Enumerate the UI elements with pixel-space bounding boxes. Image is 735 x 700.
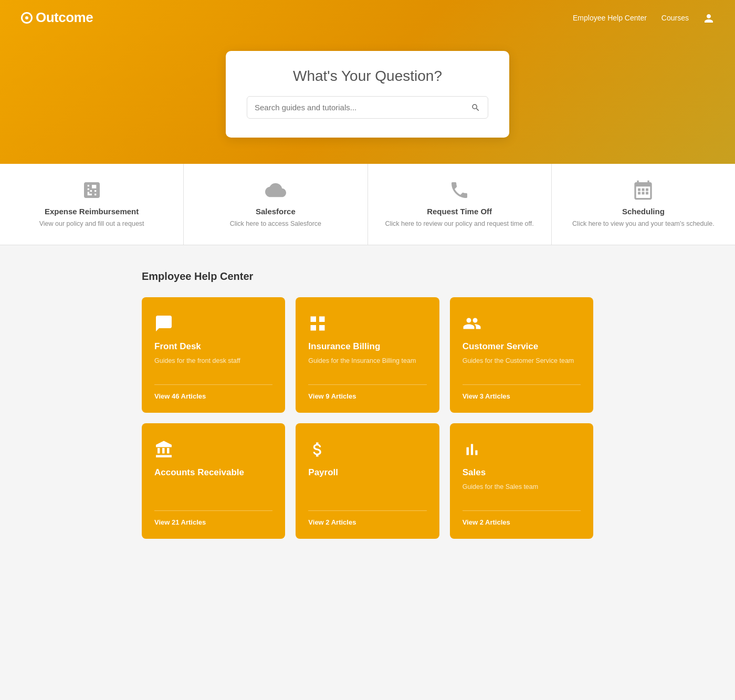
card-insurance-title: Insurance Billing [308,341,426,352]
user-icon[interactable] [704,12,714,24]
search-input[interactable] [255,103,471,112]
card-accounts-receivable[interactable]: Accounts Receivable View 21 Articles [142,423,285,539]
hero-heading: What's Your Question? [247,68,488,85]
chart-icon [463,438,581,459]
card-customer-title: Customer Service [463,341,581,352]
card-insurance-top: Insurance Billing Guides for the Insuran… [308,312,426,377]
quick-links-section: Expense Reimbursement View our policy an… [0,164,735,245]
cloud-icon [194,180,356,201]
card-front-desk-top: Front Desk Guides for the front desk sta… [154,312,272,377]
card-sales[interactable]: Sales Guides for the Sales team View 2 A… [450,423,593,539]
card-front-desk-link[interactable]: View 46 Articles [154,384,272,400]
cards-grid: Front Desk Guides for the front desk sta… [142,297,593,539]
quick-link-expense[interactable]: Expense Reimbursement View our policy an… [0,164,184,245]
quick-link-timeoff-desc: Click here to review our policy and requ… [379,219,541,229]
svg-rect-3 [638,192,640,195]
card-insurance-link[interactable]: View 9 Articles [308,384,426,400]
quick-link-salesforce-title: Salesforce [194,207,356,216]
card-sales-top: Sales Guides for the Sales team [463,438,581,503]
phone-icon [379,180,541,201]
brand-name: Outcome [36,9,93,26]
logo: Outcome [21,9,93,26]
money-icon [308,438,426,459]
card-ar-title: Accounts Receivable [154,467,272,478]
nav-links: Employee Help Center Courses [573,12,714,24]
quick-link-scheduling[interactable]: Scheduling Click here to view you and yo… [552,164,735,245]
quick-link-expense-title: Expense Reimbursement [10,207,173,216]
card-customer-desc: Guides for the Customer Service team [463,356,581,366]
calendar-icon [562,180,724,201]
svg-rect-5 [646,192,648,195]
bank-icon [154,438,272,459]
main-content: Employee Help Center Front Desk Guides f… [131,245,604,570]
calculator-icon [10,180,173,201]
quick-link-expense-desc: View our policy and fill out a request [10,219,173,229]
card-payroll-title: Payroll [308,467,426,478]
quick-link-salesforce-desc: Click here to access Salesforce [194,219,356,229]
card-front-desk[interactable]: Front Desk Guides for the front desk sta… [142,297,285,413]
chat-icon [154,312,272,333]
card-payroll-top: Payroll [308,438,426,488]
svg-rect-1 [642,189,645,191]
svg-rect-4 [642,192,645,195]
card-payroll-link[interactable]: View 2 Articles [308,510,426,526]
card-ar-link[interactable]: View 21 Articles [154,510,272,526]
card-insurance-billing[interactable]: Insurance Billing Guides for the Insuran… [296,297,439,413]
quick-link-scheduling-title: Scheduling [562,207,724,216]
quick-link-timeoff-title: Request Time Off [379,207,541,216]
search-box: What's Your Question? [226,51,509,138]
card-sales-desc: Guides for the Sales team [463,482,581,492]
quick-link-salesforce[interactable]: Salesforce Click here to access Salesfor… [184,164,368,245]
svg-rect-2 [646,189,648,191]
search-button[interactable] [471,102,480,113]
card-front-desk-title: Front Desk [154,341,272,352]
card-customer-link[interactable]: View 3 Articles [463,384,581,400]
card-payroll[interactable]: Payroll View 2 Articles [296,423,439,539]
nav-help-center[interactable]: Employee Help Center [573,14,647,22]
card-front-desk-desc: Guides for the front desk staff [154,356,272,366]
card-insurance-desc: Guides for the Insurance Billing team [308,356,426,366]
section-title: Employee Help Center [142,270,593,283]
card-sales-link[interactable]: View 2 Articles [463,510,581,526]
grid-icon [308,312,426,333]
navbar: Outcome Employee Help Center Courses [0,0,735,35]
hero-section: Outcome Employee Help Center Courses Wha… [0,0,735,164]
people-icon [463,312,581,333]
quick-link-scheduling-desc: Click here to view you and your team's s… [562,219,724,229]
card-ar-top: Accounts Receivable [154,438,272,488]
card-sales-title: Sales [463,467,581,478]
logo-icon [21,12,33,24]
card-customer-service[interactable]: Customer Service Guides for the Customer… [450,297,593,413]
svg-rect-0 [638,189,640,191]
quick-link-timeoff[interactable]: Request Time Off Click here to review ou… [368,164,552,245]
nav-courses[interactable]: Courses [662,14,689,22]
search-input-wrap [247,96,488,119]
card-customer-top: Customer Service Guides for the Customer… [463,312,581,377]
hero-content: What's Your Question? [0,35,735,164]
